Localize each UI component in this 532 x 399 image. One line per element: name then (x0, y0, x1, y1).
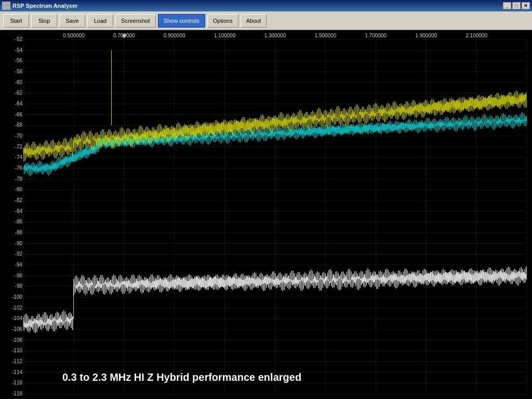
app-icon (2, 2, 10, 10)
chart-canvas (0, 30, 532, 399)
show-controls-button[interactable]: Show controls (158, 14, 205, 28)
start-button[interactable]: Start (3, 14, 29, 28)
close-button[interactable]: ✕ (522, 2, 530, 9)
save-button[interactable]: Save (59, 14, 85, 28)
toolbar: Start Stop Save Load Screenshot Show con… (0, 11, 532, 30)
stop-button[interactable]: Stop (31, 14, 57, 28)
spectrum-chart: 0.3 to 2.3 MHz HI Z Hybrid performance e… (0, 30, 532, 399)
maximize-button[interactable]: □ (512, 2, 521, 9)
window-title: RSP Spectrum Analyser (12, 3, 77, 9)
chart-annotation: 0.3 to 2.3 MHz HI Z Hybrid performance e… (62, 371, 301, 383)
screenshot-button[interactable]: Screenshot (115, 14, 156, 28)
about-button[interactable]: About (241, 14, 267, 28)
window-controls: _ □ ✕ (503, 2, 530, 9)
load-button[interactable]: Load (87, 14, 113, 28)
titlebar: RSP Spectrum Analyser _ □ ✕ (0, 0, 532, 11)
options-button[interactable]: Options (207, 14, 238, 28)
minimize-button[interactable]: _ (503, 2, 511, 9)
